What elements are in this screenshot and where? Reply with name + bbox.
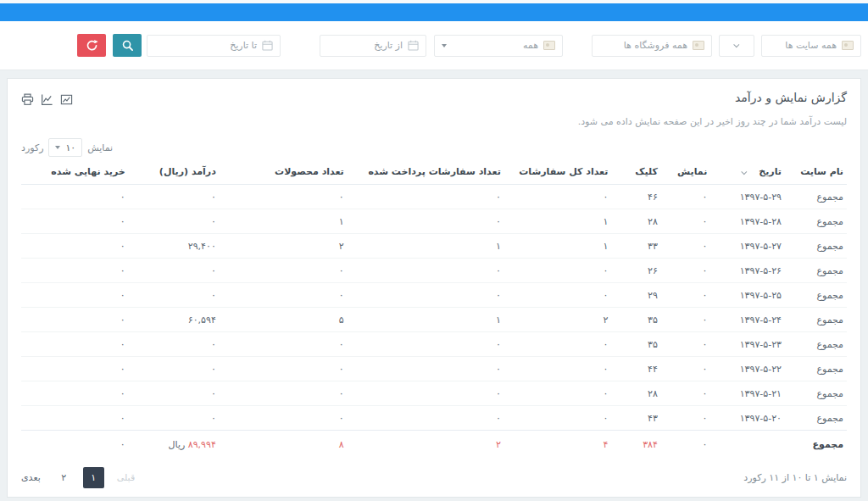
column-header-label: تعداد کل سفارشات [519, 166, 608, 177]
records-info: نمایش ۱ تا ۱۰ از ۱۱ رکورد [743, 472, 847, 483]
from-date-input[interactable]: از تاریخ [320, 35, 426, 57]
table-cell-income-rial: ۰ [129, 357, 220, 381]
table-cell-paid-orders: ۰ [348, 406, 504, 431]
column-header-label: خرید نهایی شده [51, 166, 125, 177]
pagination: قبلی ۱۲ بعدی [21, 467, 135, 488]
table-cell-income-rial: ۰ [129, 406, 220, 431]
column-header-total-orders[interactable]: تعداد کل سفارشات [504, 159, 612, 185]
table-cell-products-count: ۰ [220, 185, 348, 209]
table-cell-products-count: ۵ [220, 308, 348, 332]
table-cell-paid-orders: ۰ [348, 381, 504, 406]
sites-select[interactable]: همه سایت ها [761, 35, 861, 57]
column-header-finalized-purchase[interactable]: خرید نهایی شده [21, 159, 129, 185]
table-cell-finalized-purchase: ۰ [21, 209, 129, 234]
chevron-down-icon [733, 42, 739, 47]
filter-bar: همه سایت ها همه فروشگاه ها همه از تاریخ … [0, 21, 868, 70]
table-cell-income-rial: ۰ [129, 332, 220, 357]
page-length-select[interactable]: ۱۰ [48, 138, 82, 157]
column-header-paid-orders[interactable]: تعداد سفارشات پرداخت شده [348, 159, 504, 185]
table-cell-products-count: ۰ [220, 259, 348, 283]
table-cell-views: ۰ [661, 406, 710, 431]
page-length-value: ۱۰ [65, 142, 75, 153]
table-cell-total-orders: ۰ [504, 381, 612, 406]
table-cell-total-orders: ۰ [504, 406, 612, 431]
printer-icon[interactable] [21, 93, 34, 106]
total-cell-paid-orders: ۲ [348, 431, 504, 459]
total-cell-clicks: ۳۸۴ [611, 431, 660, 459]
table-cell-products-count: ۰ [220, 332, 348, 357]
next-page-button[interactable]: بعدی [21, 472, 41, 483]
table-body: مجموع۱۳۹۷-۵-۲۹۰۴۶۰۰۰۰۰مجموع۱۳۹۷-۵-۲۸۰۲۸۱… [21, 185, 847, 431]
table-cell-site-name: مجموع [785, 406, 847, 431]
table-cell-date: ۱۳۹۷-۵-۲۷ [710, 234, 785, 259]
sites-select-value: همه سایت ها [785, 40, 837, 51]
top-navbar [0, 3, 868, 21]
table-cell-views: ۰ [661, 332, 710, 357]
column-header-label: تعداد سفارشات پرداخت شده [368, 166, 500, 177]
table-cell-site-name: مجموع [785, 234, 847, 259]
column-header-label: کلیک [635, 166, 658, 177]
table-cell-income-rial: ۰ [129, 283, 220, 308]
table-cell-finalized-purchase: ۰ [21, 406, 129, 431]
table-cell-views: ۰ [661, 209, 710, 234]
table-cell-paid-orders: ۱ [348, 234, 504, 259]
export-chart-icon[interactable] [60, 93, 73, 106]
column-header-products-count[interactable]: تعداد محصولات [220, 159, 348, 185]
column-header-site-name[interactable]: نام سایت [785, 159, 847, 185]
secondary-select[interactable] [719, 35, 754, 57]
image-placeholder-icon [693, 41, 704, 50]
column-header-income-rial[interactable]: درآمد (ریال) [129, 159, 220, 185]
total-cell-date [710, 431, 785, 459]
table-cell-total-orders: ۱ [504, 234, 612, 259]
table-cell-income-rial: ۰ [129, 209, 220, 234]
table-cell-income-rial: ۶۰,۵۹۴ [129, 308, 220, 332]
table-cell-paid-orders: ۰ [348, 209, 504, 234]
refresh-icon [86, 39, 98, 52]
previous-page-button[interactable]: قبلی [117, 472, 135, 483]
table-cell-products-count: ۰ [220, 357, 348, 381]
table-cell-paid-orders: ۰ [348, 357, 504, 381]
column-header-date[interactable]: تاریخ [710, 159, 785, 185]
to-date-input[interactable]: تا تاریخ [147, 35, 281, 57]
table-cell-date: ۱۳۹۷-۵-۲۶ [710, 259, 785, 283]
table-row: مجموع۱۳۹۷-۵-۲۱۰۲۸۰۰۰۰۰ [21, 381, 847, 406]
table-cell-date: ۱۳۹۷-۵-۲۴ [710, 308, 785, 332]
table-cell-site-name: مجموع [785, 308, 847, 332]
table-cell-products-count: ۰ [220, 381, 348, 406]
sort-caret-icon [742, 169, 748, 175]
column-header-label: تاریخ [759, 166, 782, 177]
total-cell-income-rial: ۸۹,۹۹۴ ریال [129, 431, 220, 459]
table-cell-finalized-purchase: ۰ [21, 357, 129, 381]
calendar-icon [262, 40, 273, 51]
column-header-views[interactable]: نمایش [661, 159, 710, 185]
status-select[interactable]: همه [434, 35, 563, 57]
search-button[interactable] [113, 34, 142, 57]
table-cell-total-orders: ۰ [504, 332, 612, 357]
table-header-row: نام سایتتاریخنمایشکلیکتعداد کل سفارشاتتع… [21, 159, 847, 185]
table-cell-site-name: مجموع [785, 209, 847, 234]
line-chart-icon[interactable] [41, 93, 53, 106]
table-cell-clicks: ۳۳ [611, 234, 660, 259]
column-header-label: نام سایت [800, 166, 843, 177]
table-cell-views: ۰ [661, 185, 710, 209]
table-cell-views: ۰ [661, 234, 710, 259]
caret-down-icon [442, 44, 447, 47]
refresh-button[interactable] [77, 34, 106, 57]
report-card: گزارش نمایش و درآمد لیست درآمد شما در چن… [7, 78, 861, 498]
stores-select[interactable]: همه فروشگاه ها [592, 35, 712, 57]
toolbar [21, 91, 73, 106]
column-header-clicks[interactable]: کلیک [611, 159, 660, 185]
table-cell-clicks: ۲۸ [611, 381, 660, 406]
table-cell-site-name: مجموع [785, 381, 847, 406]
currency-unit-label: ریال [169, 439, 186, 450]
table-cell-site-name: مجموع [785, 283, 847, 308]
image-placeholder-icon [543, 41, 555, 50]
table-cell-date: ۱۳۹۷-۵-۲۹ [710, 185, 785, 209]
length-control: نمایش ۱۰ رکورد [21, 138, 847, 157]
table-cell-date: ۱۳۹۷-۵-۲۸ [710, 209, 785, 234]
page-button-۲[interactable]: ۲ [53, 467, 75, 488]
page-button-۱[interactable]: ۱ [83, 467, 104, 488]
table-cell-finalized-purchase: ۰ [21, 381, 129, 406]
total-cell-views: ۰ [661, 431, 710, 459]
table-cell-clicks: ۲۶ [611, 259, 660, 283]
